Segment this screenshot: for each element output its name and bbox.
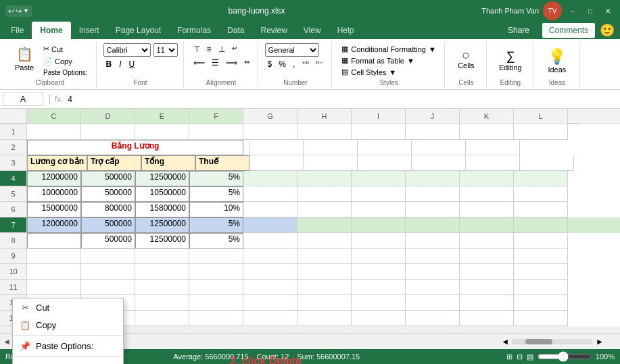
cell-h1[interactable]: [297, 124, 352, 140]
cell-k4[interactable]: [460, 171, 514, 186]
e11[interactable]: [135, 280, 189, 295]
cell-h2[interactable]: [249, 140, 304, 155]
d10[interactable]: [81, 264, 135, 280]
col-header-d[interactable]: D: [81, 109, 135, 124]
cell-i1[interactable]: [352, 124, 406, 140]
cell-d8[interactable]: 500000: [81, 233, 135, 249]
cell-l5[interactable]: [514, 186, 568, 202]
c10[interactable]: [27, 264, 81, 280]
cell-f3[interactable]: Thuế: [195, 155, 249, 171]
cell-l7[interactable]: [514, 217, 568, 233]
cell-g5[interactable]: [243, 186, 297, 202]
format-as-table-btn[interactable]: ▦ Format as Table ▼: [339, 55, 417, 66]
f12[interactable]: [189, 295, 243, 311]
tab-help[interactable]: Help: [329, 22, 362, 39]
g10[interactable]: [243, 264, 297, 280]
cell-f4[interactable]: 5%: [189, 171, 243, 186]
e12[interactable]: [135, 295, 189, 311]
cell-i2[interactable]: [304, 140, 358, 155]
col-header-f[interactable]: F: [189, 109, 243, 124]
comma-btn[interactable]: ,: [290, 58, 297, 70]
cell-g3[interactable]: [249, 155, 304, 171]
i13[interactable]: [352, 311, 406, 326]
l11[interactable]: [514, 280, 568, 295]
cell-e7[interactable]: 12500000: [135, 217, 189, 233]
cell-k3[interactable]: [466, 155, 520, 171]
cell-c4[interactable]: 12000000: [27, 171, 81, 186]
cell-g2[interactable]: [243, 140, 249, 155]
page-break-btn[interactable]: ▤: [527, 353, 533, 361]
cell-f8[interactable]: 5%: [189, 233, 243, 249]
cell-l3[interactable]: [520, 155, 574, 171]
cell-i8[interactable]: [352, 233, 406, 249]
j10[interactable]: [406, 264, 460, 280]
number-format-select[interactable]: General: [265, 43, 319, 57]
k9[interactable]: [460, 249, 514, 264]
tab-home[interactable]: Home: [32, 22, 70, 39]
page-layout-btn[interactable]: ⊟: [517, 353, 523, 361]
i9[interactable]: [352, 249, 406, 264]
cell-h6[interactable]: [297, 202, 352, 217]
cell-c1[interactable]: [27, 124, 81, 140]
cell-l8[interactable]: [514, 233, 568, 249]
c11[interactable]: [27, 280, 81, 295]
cell-i3[interactable]: [358, 155, 412, 171]
cell-h5[interactable]: [297, 186, 352, 202]
i12[interactable]: [352, 295, 406, 311]
f10[interactable]: [189, 264, 243, 280]
tab-file[interactable]: File: [3, 22, 32, 39]
j11[interactable]: [406, 280, 460, 295]
formula-input[interactable]: [65, 93, 617, 105]
cell-g1[interactable]: [243, 124, 297, 140]
cell-j8[interactable]: [406, 233, 460, 249]
emoji-btn[interactable]: 🙂: [600, 23, 615, 38]
row-header-9[interactable]: 9: [0, 249, 27, 264]
row-header-8[interactable]: 8: [0, 233, 27, 249]
italic-btn[interactable]: I: [116, 58, 124, 70]
cell-g8[interactable]: [243, 233, 297, 249]
paste-options-button[interactable]: Paste Options:: [41, 68, 91, 78]
row-header-1[interactable]: 1: [0, 124, 27, 140]
l9[interactable]: [514, 249, 568, 264]
e9[interactable]: [135, 249, 189, 264]
cell-e3[interactable]: Tổng: [141, 155, 195, 171]
cell-d1[interactable]: [81, 124, 135, 140]
row-header-7[interactable]: 7: [0, 217, 27, 233]
cell-j2[interactable]: [358, 140, 412, 155]
cell-c5[interactable]: 10000000: [27, 186, 81, 202]
cell-c7[interactable]: 12000000: [27, 217, 81, 233]
font-size-select[interactable]: 11: [153, 43, 178, 57]
k12[interactable]: [460, 295, 514, 311]
ideas-btn[interactable]: 💡 Ideas: [540, 45, 574, 76]
g11[interactable]: [243, 280, 297, 295]
cut-button[interactable]: ✂ Cut: [41, 43, 91, 55]
tab-review[interactable]: Review: [252, 22, 295, 39]
cell-i6[interactable]: [352, 202, 406, 217]
row-header-3[interactable]: 3: [0, 155, 27, 171]
merge-btn[interactable]: ⇔: [241, 57, 252, 69]
cell-j3[interactable]: [412, 155, 466, 171]
j12[interactable]: [406, 295, 460, 311]
name-box[interactable]: [3, 93, 43, 106]
cell-c2-merged[interactable]: Bảng Lương: [27, 140, 243, 155]
align-left-btn[interactable]: ⟸: [191, 57, 208, 69]
cell-g7[interactable]: [243, 217, 297, 233]
cell-j5[interactable]: [406, 186, 460, 202]
cell-l4[interactable]: [514, 171, 568, 186]
cell-e1[interactable]: [135, 124, 189, 140]
tab-view[interactable]: View: [295, 22, 329, 39]
col-header-i[interactable]: I: [352, 109, 406, 124]
f13[interactable]: [189, 311, 243, 326]
align-center-btn[interactable]: ☰: [209, 57, 222, 69]
cell-l6[interactable]: [514, 202, 568, 217]
scroll-left-btn[interactable]: ◄: [501, 337, 509, 346]
conditional-formatting-btn[interactable]: ▦ Conditional Formatting ▼: [339, 44, 439, 54]
h9[interactable]: [297, 249, 352, 264]
cell-d7[interactable]: 500000: [81, 217, 135, 233]
j9[interactable]: [406, 249, 460, 264]
cell-h7[interactable]: [297, 217, 352, 233]
copy-button[interactable]: 📄 Copy: [41, 55, 91, 67]
j13[interactable]: [406, 311, 460, 326]
row-header-5[interactable]: 5: [0, 186, 27, 202]
h-scrollbar[interactable]: [512, 339, 593, 344]
